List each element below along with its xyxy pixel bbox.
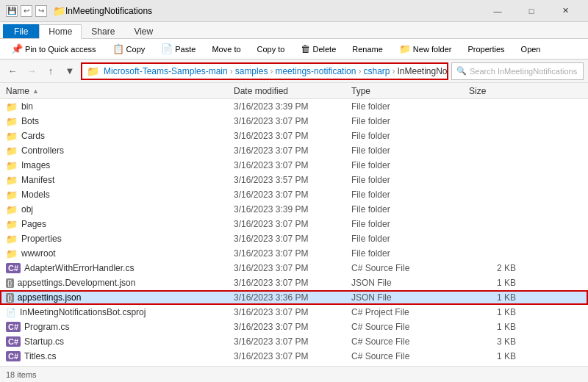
tab-home[interactable]: Home	[39, 24, 82, 39]
column-name-header[interactable]: Name ▲	[0, 86, 228, 96]
file-name: InMeetingNotificationsBot.csproj	[20, 307, 146, 317]
paste-button[interactable]: 📄 Paste	[156, 41, 201, 57]
forward-button[interactable]: →	[24, 63, 40, 79]
file-date-cell: 3/16/2023 3:07 PM	[228, 322, 345, 332]
search-icon: 🔍	[456, 66, 467, 76]
recent-locations-button[interactable]: ▼	[62, 63, 78, 79]
rename-button[interactable]: Rename	[347, 43, 388, 56]
tab-share[interactable]: Share	[82, 24, 124, 38]
file-row[interactable]: C# Startup.cs 3/16/2023 3:07 PM C# Sourc…	[0, 334, 588, 349]
search-bar[interactable]: 🔍 Search InMeetingNotifications	[451, 62, 584, 80]
file-name-cell: C# Startup.cs	[0, 336, 228, 347]
search-placeholder: Search InMeetingNotifications	[470, 67, 577, 76]
status-text: 18 items	[6, 370, 37, 379]
file-name-cell: 📁 Cards	[0, 131, 228, 142]
file-row[interactable]: 📁 wwwroot 3/16/2023 3:07 PM File folder	[0, 246, 588, 261]
file-row[interactable]: 📁 Models 3/16/2023 3:07 PM File folder	[0, 187, 588, 202]
file-row[interactable]: 📁 Images 3/16/2023 3:07 PM File folder	[0, 158, 588, 173]
file-type-cell: C# Source File	[345, 322, 463, 332]
folder-icon: 📁	[6, 131, 18, 142]
file-name: Startup.cs	[24, 336, 64, 347]
file-type-cell: File folder	[345, 248, 463, 259]
file-type-cell: File folder	[345, 131, 463, 141]
file-date-cell: 3/16/2023 3:07 PM	[228, 116, 345, 126]
file-date-cell: 3/16/2023 3:07 PM	[228, 234, 345, 244]
close-button[interactable]: ✕	[548, 0, 582, 22]
file-size-cell: 1 KB	[463, 351, 522, 361]
tab-file[interactable]: File	[3, 24, 39, 38]
file-row[interactable]: {} appsettings.json 3/16/2023 3:36 PM JS…	[0, 290, 588, 305]
breadcrumb-item-0[interactable]: Microsoft-Teams-Samples-main	[104, 66, 228, 76]
undo-icon[interactable]: ↩	[21, 5, 32, 17]
minimize-button[interactable]: —	[481, 0, 514, 22]
file-row[interactable]: 📁 Properties 3/16/2023 3:07 PM File fold…	[0, 231, 588, 246]
up-button[interactable]: ↑	[43, 63, 59, 79]
file-row[interactable]: 📁 Bots 3/16/2023 3:07 PM File folder	[0, 114, 588, 129]
back-button[interactable]: ←	[4, 63, 21, 79]
file-row[interactable]: C# Program.cs 3/16/2023 3:07 PM C# Sourc…	[0, 320, 588, 334]
file-name-cell: C# AdapterWithErrorHandler.cs	[0, 263, 228, 273]
file-row[interactable]: C# Titles.cs 3/16/2023 3:07 PM C# Source…	[0, 349, 588, 364]
file-date-cell: 3/16/2023 3:07 PM	[228, 307, 345, 317]
file-list: 📁 bin 3/16/2023 3:39 PM File folder 📁 Bo…	[0, 99, 588, 382]
file-name-cell: 📄 InMeetingNotificationsBot.csproj	[0, 307, 228, 317]
redo-icon[interactable]: ↪	[35, 5, 47, 17]
cs-file-icon: C#	[6, 336, 21, 347]
column-header: Name ▲ Date modified Type Size	[0, 83, 588, 99]
move-to-button[interactable]: Move to	[207, 43, 245, 56]
file-name: Controllers	[21, 145, 64, 156]
file-size-cell: 3 KB	[463, 336, 522, 347]
file-size-cell: 1 KB	[463, 307, 522, 317]
folder-icon: 📁	[6, 248, 18, 259]
folder-icon: 📁	[6, 116, 18, 127]
properties-button[interactable]: Properties	[462, 43, 509, 56]
file-name-cell: 📁 Pages	[0, 219, 228, 230]
cs-file-icon: C#	[6, 351, 21, 361]
column-type-header[interactable]: Type	[345, 86, 463, 96]
file-row[interactable]: 📁 Controllers 3/16/2023 3:07 PM File fol…	[0, 143, 588, 158]
copy-to-button[interactable]: Copy to	[252, 43, 290, 56]
file-type-cell: File folder	[345, 190, 463, 200]
file-name: appsettings.json	[18, 292, 82, 303]
file-row[interactable]: 📁 obj 3/16/2023 3:39 PM File folder	[0, 202, 588, 217]
ribbon-content: 📌 Pin to Quick access 📋 Copy 📄 Paste Mov…	[0, 38, 588, 59]
open-button[interactable]: Open	[516, 43, 546, 56]
navigation-bar: ← → ↑ ▼ 📁 Microsoft-Teams-Samples-main ›…	[0, 60, 588, 83]
file-name-cell: 📁 Manifest	[0, 175, 228, 186]
breadcrumb-item-2[interactable]: meetings-notification	[275, 66, 356, 76]
file-row[interactable]: 📁 Manifest 3/16/2023 3:57 PM File folder	[0, 173, 588, 187]
file-date-cell: 3/16/2023 3:39 PM	[228, 204, 345, 215]
folder-icon: 📁	[6, 219, 18, 230]
file-date-cell: 3/16/2023 3:07 PM	[228, 190, 345, 200]
pin-to-quick-access-button[interactable]: 📌 Pin to Quick access	[6, 41, 101, 57]
new-folder-button[interactable]: 📁 New folder	[394, 41, 457, 57]
window-controls: — □ ✕	[481, 0, 582, 22]
cs-file-icon: C#	[6, 263, 21, 273]
file-date-cell: 3/16/2023 3:36 PM	[228, 292, 345, 303]
paste-icon: 📄	[161, 43, 173, 54]
file-type-cell: C# Project File	[345, 307, 463, 317]
maximize-button[interactable]: □	[514, 0, 548, 22]
breadcrumb-item-1[interactable]: samples	[235, 66, 268, 76]
folder-icon: 📁	[6, 204, 18, 215]
breadcrumb-sep-3: ›	[392, 66, 395, 76]
column-date-header[interactable]: Date modified	[228, 86, 345, 96]
column-size-header[interactable]: Size	[463, 86, 522, 96]
file-name-cell: 📁 Images	[0, 160, 228, 171]
file-date-cell: 3/16/2023 3:07 PM	[228, 145, 345, 156]
save-icon[interactable]: 💾	[6, 5, 18, 17]
folder-icon: 📁	[6, 101, 18, 112]
delete-button[interactable]: 🗑 Delete	[295, 41, 341, 57]
file-row[interactable]: 📄 InMeetingNotificationsBot.csproj 3/16/…	[0, 305, 588, 320]
copy-button[interactable]: 📋 Copy	[107, 41, 151, 57]
breadcrumb-item-3[interactable]: csharp	[363, 66, 390, 76]
file-row[interactable]: 📁 Cards 3/16/2023 3:07 PM File folder	[0, 129, 588, 143]
file-name: Models	[21, 190, 50, 200]
file-row[interactable]: 📁 bin 3/16/2023 3:39 PM File folder	[0, 99, 588, 114]
folder-icon: 📁	[6, 234, 18, 245]
file-row[interactable]: 📁 Pages 3/16/2023 3:07 PM File folder	[0, 217, 588, 231]
file-row[interactable]: {} appsettings.Development.json 3/16/202…	[0, 275, 588, 290]
tab-view[interactable]: View	[124, 24, 162, 38]
file-row[interactable]: C# AdapterWithErrorHandler.cs 3/16/2023 …	[0, 261, 588, 275]
file-name-cell: C# Titles.cs	[0, 351, 228, 361]
